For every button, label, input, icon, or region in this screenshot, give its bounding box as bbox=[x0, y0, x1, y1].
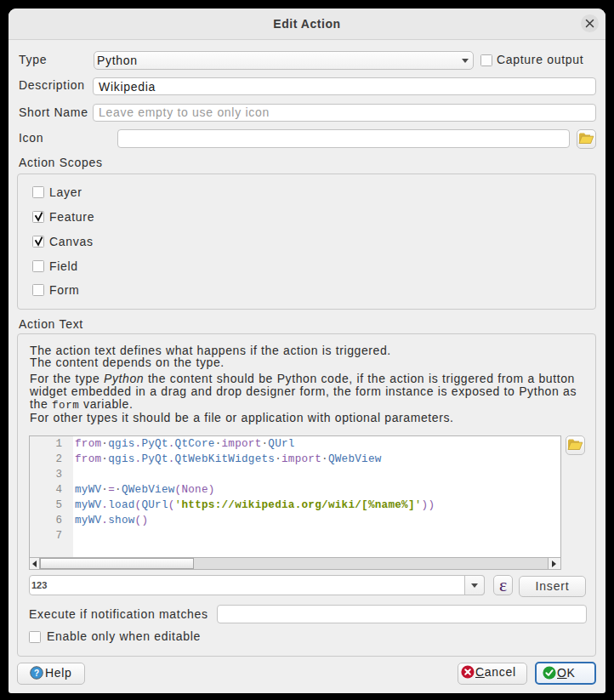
svg-text:?: ? bbox=[34, 669, 39, 678]
